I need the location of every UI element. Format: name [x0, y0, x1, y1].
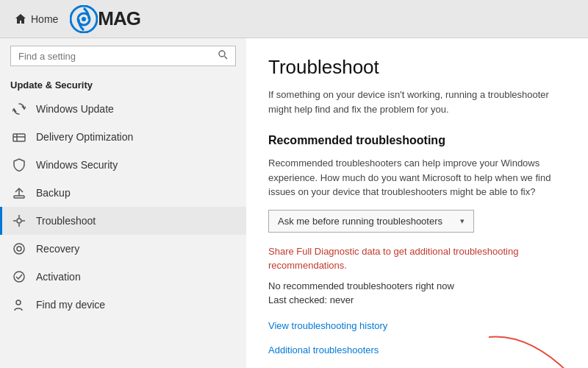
view-history-link[interactable]: View troubleshooting history: [268, 320, 566, 331]
sidebar-item-label: Windows Security: [36, 159, 118, 171]
red-arrow: [485, 333, 573, 369]
main-layout: Update & Security Windows Update: [0, 38, 588, 368]
content-area: Troubleshoot If something on your device…: [246, 38, 588, 368]
header: Home MAG: [0, 0, 588, 38]
dropdown-value: Ask me before running troubleshooters: [278, 216, 442, 227]
sidebar-item-delivery-optimization[interactable]: Delivery Optimization: [0, 123, 246, 151]
shield-icon: [12, 158, 26, 171]
page-title: Troubleshoot: [268, 56, 566, 79]
logo-icon: [70, 5, 98, 33]
search-input[interactable]: [18, 51, 214, 62]
logo-text: MAG: [98, 7, 140, 30]
update-icon: [12, 102, 26, 116]
home-button[interactable]: Home: [9, 10, 64, 28]
home-label: Home: [31, 13, 58, 25]
section-title: Update & Security: [0, 74, 246, 95]
sidebar: Update & Security Windows Update: [0, 38, 246, 368]
home-icon: [15, 13, 26, 25]
svg-point-18: [16, 300, 21, 305]
sidebar-item-windows-security[interactable]: Windows Security: [0, 151, 246, 179]
app-container: Home MAG: [0, 0, 588, 368]
no-troubleshooters-text: No recommended troubleshooters right now: [268, 280, 566, 291]
additional-link-container: Additional troubleshooters: [268, 344, 566, 355]
nav-items: Windows Update Delivery Optimization: [0, 95, 246, 319]
svg-rect-5: [13, 134, 25, 141]
svg-point-16: [17, 247, 21, 251]
sidebar-item-label: Find my device: [36, 299, 105, 311]
svg-rect-9: [14, 196, 24, 198]
delivery-icon: [12, 130, 26, 144]
svg-line-4: [225, 57, 228, 60]
sidebar-item-find-my-device[interactable]: Find my device: [0, 291, 246, 319]
svg-point-2: [82, 17, 86, 21]
search-icon: [218, 50, 228, 62]
sidebar-item-label: Backup: [36, 187, 71, 199]
svg-point-17: [14, 272, 24, 282]
sidebar-item-activation[interactable]: Activation: [0, 263, 246, 291]
sidebar-item-windows-update[interactable]: Windows Update: [0, 95, 246, 123]
share-diagnostic-link[interactable]: Share Full Diagnostic data to get additi…: [268, 244, 566, 273]
sidebar-item-label: Activation: [36, 271, 81, 283]
dropdown-container: Ask me before running troubleshooters ▾: [268, 210, 566, 233]
search-box[interactable]: [10, 46, 236, 66]
sidebar-item-backup[interactable]: Backup: [0, 179, 246, 207]
intro-text: If something on your device isn't workin…: [268, 88, 566, 116]
backup-icon: [12, 186, 26, 199]
recommended-desc: Recommended troubleshooters can help imp…: [268, 156, 566, 199]
chevron-down-icon: ▾: [460, 216, 465, 226]
sidebar-item-label: Troubleshoot: [36, 215, 96, 227]
troubleshoot-dropdown[interactable]: Ask me before running troubleshooters ▾: [268, 210, 474, 233]
logo-container: MAG: [70, 5, 140, 33]
svg-point-3: [219, 51, 225, 57]
recommended-heading: Recommended troubleshooting: [268, 134, 566, 147]
troubleshoot-icon: [12, 214, 26, 227]
activation-icon: [12, 270, 26, 283]
sidebar-item-label: Recovery: [36, 243, 79, 255]
sidebar-item-label: Windows Update: [36, 103, 114, 115]
additional-troubleshooters-link[interactable]: Additional troubleshooters: [268, 344, 379, 355]
search-box-container: [0, 38, 246, 74]
sidebar-item-recovery[interactable]: Recovery: [0, 235, 246, 263]
sidebar-item-label: Delivery Optimization: [36, 131, 133, 143]
recovery-icon: [12, 242, 26, 255]
svg-point-15: [14, 244, 24, 254]
last-checked-text: Last checked: never: [268, 294, 566, 305]
find-icon: [12, 298, 26, 311]
sidebar-item-troubleshoot[interactable]: Troubleshoot: [0, 207, 246, 235]
svg-point-10: [17, 219, 21, 223]
